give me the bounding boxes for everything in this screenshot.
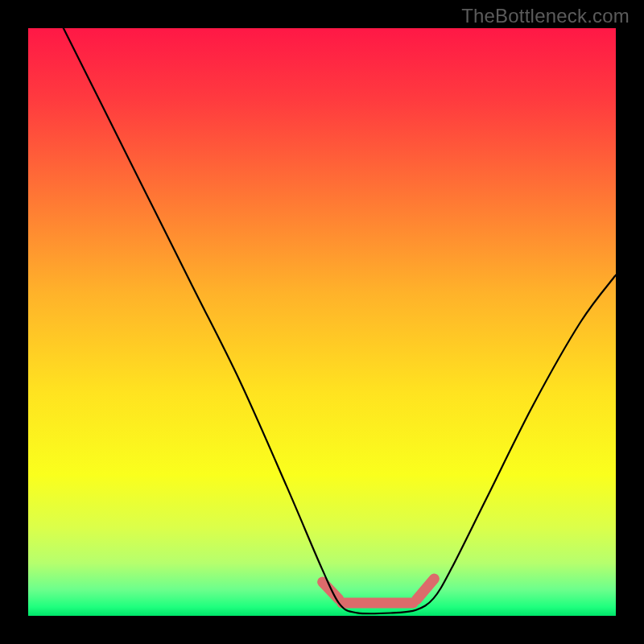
chart-frame: TheBottleneck.com	[0, 0, 644, 644]
watermark-text: TheBottleneck.com	[461, 5, 630, 27]
bottleneck-chart	[0, 0, 644, 644]
plot-area	[28, 28, 616, 616]
